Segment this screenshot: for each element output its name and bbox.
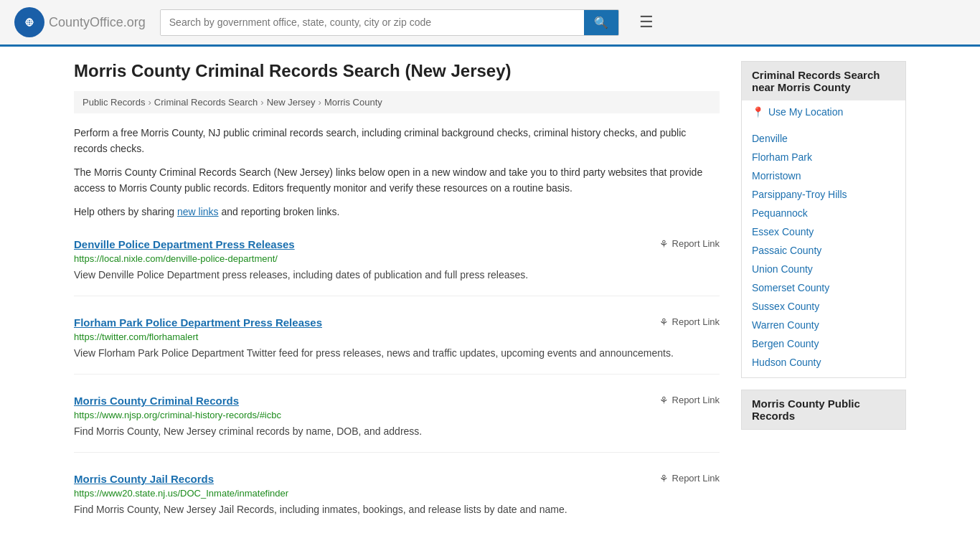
list-item: Somerset County bbox=[742, 278, 905, 297]
report-icon: ⚘ bbox=[659, 395, 669, 406]
new-links-link[interactable]: new links bbox=[177, 206, 219, 217]
list-item: Essex County bbox=[742, 222, 905, 241]
logo-text: CountyOffice.org bbox=[49, 15, 146, 30]
result-item: Denville Police Department Press Release… bbox=[74, 238, 720, 296]
report-link-button[interactable]: ⚘ Report Link bbox=[659, 316, 720, 328]
result-title[interactable]: Florham Park Police Department Press Rel… bbox=[74, 316, 322, 329]
breadcrumb-public-records[interactable]: Public Records bbox=[83, 97, 145, 108]
sidebar-item-passaic-county[interactable]: Passaic County bbox=[752, 245, 821, 256]
result-title[interactable]: Morris County Jail Records bbox=[74, 473, 214, 485]
sidebar-item-union-county[interactable]: Union County bbox=[752, 263, 813, 275]
report-icon: ⚘ bbox=[659, 316, 669, 328]
result-header: Denville Police Department Press Release… bbox=[74, 238, 720, 250]
sidebar-section-title: Criminal Records Search near Morris Coun… bbox=[742, 62, 905, 100]
sidebar: Criminal Records Search near Morris Coun… bbox=[741, 61, 906, 550]
sidebar-item-hudson-county[interactable]: Hudson County bbox=[752, 357, 821, 368]
result-url[interactable]: https://twitter.com/florhamalert bbox=[74, 331, 720, 342]
sidebar-item-pequannock[interactable]: Pequannock bbox=[752, 207, 808, 219]
sidebar-item-sussex-county[interactable]: Sussex County bbox=[752, 301, 819, 312]
result-item: Florham Park Police Department Press Rel… bbox=[74, 316, 720, 375]
description-1: Perform a free Morris County, NJ public … bbox=[74, 125, 720, 157]
report-icon: ⚘ bbox=[659, 473, 669, 484]
list-item: Warren County bbox=[742, 316, 905, 334]
sidebar-item-morristown[interactable]: Morristown bbox=[752, 170, 801, 182]
search-icon: 🔍 bbox=[594, 17, 608, 29]
list-item: Florham Park bbox=[742, 148, 905, 166]
site-header: CountyOffice.org 🔍 ☰ bbox=[0, 0, 980, 47]
result-url[interactable]: https://local.nixle.com/denville-police-… bbox=[74, 253, 720, 264]
list-item: Bergen County bbox=[742, 334, 905, 353]
sidebar-item-somerset-county[interactable]: Somerset County bbox=[752, 282, 829, 293]
list-item: Hudson County bbox=[742, 353, 905, 372]
report-link-button[interactable]: ⚘ Report Link bbox=[659, 473, 720, 484]
sidebar-item-parsippany[interactable]: Parsippany-Troy Hills bbox=[752, 189, 847, 200]
sidebar-public-records-title: Morris County Public Records bbox=[742, 390, 905, 429]
hamburger-icon: ☰ bbox=[639, 13, 654, 31]
result-title[interactable]: Denville Police Department Press Release… bbox=[74, 238, 295, 250]
breadcrumb-criminal-records[interactable]: Criminal Records Search bbox=[154, 97, 258, 108]
page-container: Morris County Criminal Records Search (N… bbox=[60, 47, 920, 551]
search-input[interactable] bbox=[161, 10, 584, 35]
sidebar-item-warren-county[interactable]: Warren County bbox=[752, 319, 819, 331]
search-button[interactable]: 🔍 bbox=[584, 10, 618, 35]
result-header: Morris County Criminal Records ⚘ Report … bbox=[74, 395, 720, 407]
result-item: Morris County Criminal Records ⚘ Report … bbox=[74, 395, 720, 453]
sidebar-item-bergen-county[interactable]: Bergen County bbox=[752, 338, 819, 349]
list-item: Passaic County bbox=[742, 241, 905, 260]
svg-point-0 bbox=[21, 14, 38, 31]
result-header: Florham Park Police Department Press Rel… bbox=[74, 316, 720, 329]
list-item: Pequannock bbox=[742, 204, 905, 222]
result-description: Find Morris County, New Jersey criminal … bbox=[74, 424, 720, 439]
search-bar: 🔍 bbox=[160, 9, 619, 36]
list-item: Union County bbox=[742, 260, 905, 278]
list-item: Sussex County bbox=[742, 297, 905, 316]
page-title: Morris County Criminal Records Search (N… bbox=[74, 61, 720, 81]
breadcrumb-morris-county[interactable]: Morris County bbox=[324, 97, 382, 108]
list-item: Denville bbox=[742, 129, 905, 148]
sidebar-item-denville[interactable]: Denville bbox=[752, 133, 788, 144]
breadcrumb-new-jersey[interactable]: New Jersey bbox=[267, 97, 316, 108]
sidebar-item-essex-county[interactable]: Essex County bbox=[752, 226, 814, 237]
description-3: Help others by sharing new links and rep… bbox=[74, 204, 720, 220]
result-description: View Denville Police Department press re… bbox=[74, 268, 720, 283]
main-content: Morris County Criminal Records Search (N… bbox=[74, 61, 720, 550]
list-item: Parsippany-Troy Hills bbox=[742, 185, 905, 204]
report-link-button[interactable]: ⚘ Report Link bbox=[659, 238, 720, 250]
list-item: Morristown bbox=[742, 166, 905, 185]
use-location-button[interactable]: 📍 Use My Location bbox=[742, 100, 905, 123]
sidebar-nearby-section: Criminal Records Search near Morris Coun… bbox=[741, 61, 906, 378]
sidebar-public-records-section: Morris County Public Records bbox=[741, 390, 906, 430]
result-description: View Florham Park Police Department Twit… bbox=[74, 346, 720, 361]
nearby-places-list: Denville Florham Park Morristown Parsipp… bbox=[742, 123, 905, 377]
result-url[interactable]: https://www.njsp.org/criminal-history-re… bbox=[74, 410, 720, 420]
breadcrumb: Public Records › Criminal Records Search… bbox=[74, 91, 720, 113]
result-description: Find Morris County, New Jersey Jail Reco… bbox=[74, 502, 720, 517]
logo-link[interactable]: CountyOffice.org bbox=[14, 7, 146, 37]
location-pin-icon: 📍 bbox=[752, 106, 764, 118]
logo-icon bbox=[14, 7, 44, 37]
result-header: Morris County Jail Records ⚘ Report Link bbox=[74, 473, 720, 485]
report-link-button[interactable]: ⚘ Report Link bbox=[659, 395, 720, 406]
report-icon: ⚘ bbox=[659, 238, 669, 250]
menu-button[interactable]: ☰ bbox=[639, 13, 654, 32]
result-title[interactable]: Morris County Criminal Records bbox=[74, 395, 239, 407]
sidebar-item-florham-park[interactable]: Florham Park bbox=[752, 151, 812, 163]
result-item: Morris County Jail Records ⚘ Report Link… bbox=[74, 473, 720, 530]
description-2: The Morris County Criminal Records Searc… bbox=[74, 164, 720, 197]
result-url[interactable]: https://www20.state.nj.us/DOC_Inmate/inm… bbox=[74, 488, 720, 499]
